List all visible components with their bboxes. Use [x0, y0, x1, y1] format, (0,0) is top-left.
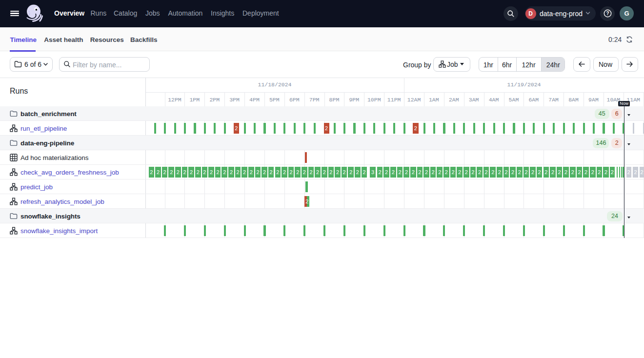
- svg-text:?: ?: [606, 11, 609, 16]
